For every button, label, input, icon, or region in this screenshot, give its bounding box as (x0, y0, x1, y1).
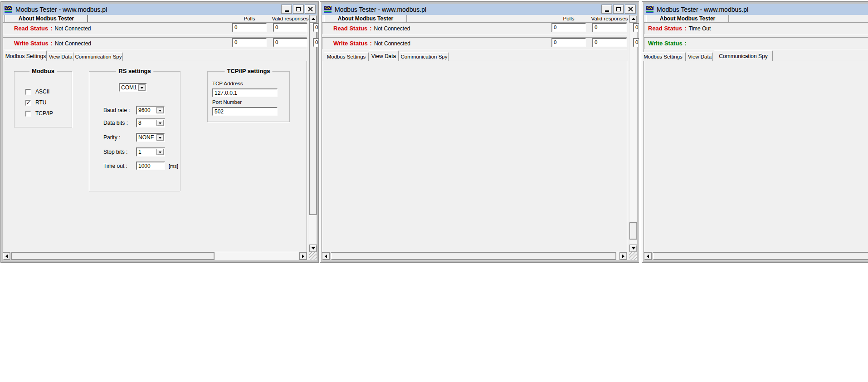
time-out-unit-label: [ms] (169, 163, 178, 169)
write-status-value: Not Connected (55, 40, 91, 47)
scroll-right-icon (622, 255, 626, 258)
tab-view-data[interactable]: View Data (687, 52, 713, 61)
horizontal-scroll-thumb[interactable] (653, 252, 868, 260)
rs-settings-group-title: RS settings (116, 68, 153, 74)
ascii-checkbox-row[interactable]: ASCII (25, 88, 49, 95)
write-valid-responses-field[interactable]: 0 (273, 38, 307, 47)
dropdown-arrow-icon[interactable] (138, 84, 146, 91)
vertical-scrollbar[interactable] (309, 15, 317, 252)
modbus-group-title: Modbus (29, 68, 57, 74)
tcpip-settings-group-title: TCP/IP settings (224, 68, 272, 74)
scroll-up-button[interactable] (629, 15, 637, 23)
dropdown-arrow-icon[interactable] (156, 107, 164, 113)
dropdown-arrow-icon[interactable] (156, 134, 164, 141)
polls-column-label: Polls (230, 16, 269, 22)
read-bad-responses-field[interactable]: 0 (633, 23, 639, 32)
horizontal-scroll-thumb[interactable] (331, 252, 616, 260)
dropdown-arrow-icon[interactable] (156, 149, 164, 155)
resize-grip[interactable] (309, 252, 317, 260)
tab-modbus-settings[interactable]: Modbus Settings (324, 52, 369, 61)
minimize-button[interactable] (601, 5, 612, 14)
horizontal-scrollbar[interactable] (3, 252, 307, 260)
read-polls-field[interactable]: 0 (232, 23, 267, 32)
maximize-button[interactable] (293, 5, 304, 14)
write-valid-responses-field[interactable]: 0 (592, 38, 627, 47)
minimize-icon (285, 10, 289, 12)
titlebar[interactable]: Modbus Tester - www.modbus.pl (322, 4, 637, 15)
app-icon (646, 6, 653, 13)
ascii-checkbox[interactable] (25, 89, 31, 95)
tab-communication-spy[interactable]: Communication Spy (74, 52, 123, 61)
data-bits-select[interactable]: 8 (136, 118, 165, 127)
write-bad-responses-field[interactable]: 0 (633, 38, 639, 47)
scroll-left-button[interactable] (322, 252, 330, 260)
close-button[interactable] (305, 5, 316, 14)
rs-settings-group: RS settings COM1 Baud rate : 9600 Data b… (89, 71, 180, 191)
scroll-right-icon (302, 255, 306, 258)
vertical-scrollbar[interactable] (629, 15, 637, 252)
tab-view-data[interactable]: View Data (369, 50, 399, 61)
write-polls-field[interactable]: 0 (551, 38, 586, 47)
close-icon (628, 7, 633, 11)
titlebar[interactable]: Modbus Tester - www.modbus.pl (644, 4, 868, 15)
write-status-label: Write Status (14, 40, 49, 47)
read-polls-field[interactable]: 0 (551, 23, 586, 32)
scroll-left-button[interactable] (644, 252, 652, 260)
rtu-checkbox[interactable]: ✓ (25, 100, 31, 106)
write-bad-responses-field[interactable]: 0 (313, 38, 318, 47)
read-bad-responses-field[interactable]: 0 (313, 23, 318, 32)
read-status-label: Read Status (333, 25, 367, 32)
horizontal-scroll-thumb[interactable] (11, 252, 215, 260)
dropdown-arrow-icon[interactable] (156, 120, 164, 126)
write-polls-field[interactable]: 0 (232, 38, 267, 47)
tab-view-data[interactable]: View Data (48, 52, 73, 61)
stop-bits-label: Stop bits : (103, 149, 127, 155)
tcp-address-label: TCP Address (212, 81, 243, 86)
scroll-right-button[interactable] (619, 252, 627, 260)
rtu-checkbox-row[interactable]: ✓ RTU (25, 99, 46, 106)
tcp-address-field[interactable]: 127.0.0.1 (212, 88, 278, 97)
horizontal-scrollbar[interactable] (644, 252, 868, 260)
window-title: Modbus Tester - www.modbus.pl (657, 6, 748, 13)
read-valid-responses-field[interactable]: 0 (273, 23, 307, 32)
vertical-scroll-thumb[interactable] (629, 222, 637, 240)
maximize-button[interactable] (613, 5, 624, 14)
titlebar[interactable]: Modbus Tester - www.modbus.pl (3, 4, 317, 15)
parity-select[interactable]: NONE (136, 133, 165, 142)
minimize-button[interactable] (281, 5, 292, 14)
scroll-down-button[interactable] (629, 245, 637, 252)
scroll-left-icon (4, 255, 8, 258)
valid-responses-column-label: Valid responses (270, 16, 310, 22)
tab-communication-spy[interactable]: Communication Spy (714, 50, 773, 61)
tcpip-checkbox[interactable] (25, 111, 31, 117)
baud-rate-select[interactable]: 9600 (136, 106, 165, 115)
port-number-field[interactable]: 502 (212, 107, 278, 116)
tcpip-checkbox-row[interactable]: TCP/IP (25, 110, 53, 117)
horizontal-scrollbar[interactable] (322, 252, 627, 260)
data-bits-label: Data bits : (103, 120, 128, 126)
resize-grip[interactable] (629, 252, 637, 260)
tab-modbus-settings[interactable]: Modbus Settings (642, 52, 686, 61)
scroll-up-button[interactable] (309, 15, 317, 23)
tab-communication-spy[interactable]: Communication Spy (400, 52, 449, 61)
time-out-field[interactable]: 1000 (136, 162, 165, 170)
window-view-data: Modbus Tester - www.modbus.pl About Modb… (320, 2, 639, 262)
app-icon (324, 6, 332, 13)
scroll-right-button[interactable] (299, 252, 307, 260)
write-status-label: Write Status (648, 40, 683, 47)
scroll-left-button[interactable] (3, 252, 10, 260)
com-port-select[interactable]: COM1 (119, 83, 147, 92)
read-status-value: Time Out (688, 25, 711, 32)
read-status-label: Read Status (648, 25, 682, 32)
window-title: Modbus Tester - www.modbus.pl (15, 6, 107, 13)
tab-modbus-settings[interactable]: Modbus Settings (5, 50, 47, 61)
app-icon (5, 6, 12, 13)
stop-bits-select[interactable]: 1 (136, 147, 165, 157)
scroll-down-button[interactable] (309, 245, 317, 252)
close-button[interactable] (625, 5, 636, 14)
rtu-label: RTU (35, 99, 46, 106)
vertical-scroll-thumb[interactable] (309, 23, 317, 215)
maximize-icon (296, 7, 301, 11)
read-status-label: Read Status (14, 25, 48, 32)
read-valid-responses-field[interactable]: 0 (592, 23, 627, 32)
